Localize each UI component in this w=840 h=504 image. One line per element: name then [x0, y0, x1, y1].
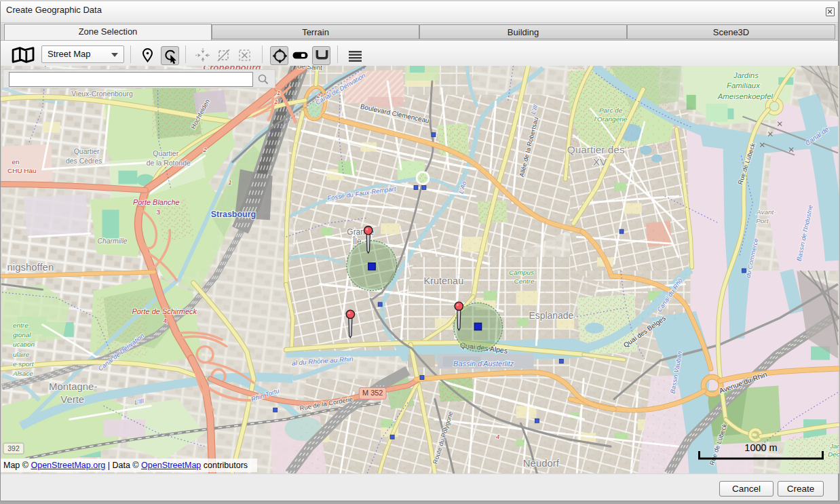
- svg-text:nigshoffen: nigshoffen: [7, 261, 54, 273]
- svg-text:e sport: e sport: [13, 360, 35, 368]
- svg-text:Charmille: Charmille: [97, 237, 127, 245]
- svg-text:entre: entre: [13, 322, 28, 329]
- svg-text:Strasbourg: Strasbourg: [211, 210, 256, 219]
- svg-text:M 352: M 352: [362, 389, 383, 397]
- svg-text:4: 4: [496, 433, 499, 440]
- svg-text:Alsace: Alsace: [12, 370, 33, 377]
- svg-text:ulaire: ulaire: [13, 351, 30, 358]
- svg-text:Verte: Verte: [60, 393, 84, 405]
- svg-text:Esplanade: Esplanade: [529, 310, 573, 321]
- svg-text:de la Rotonde: de la Rotonde: [147, 159, 191, 167]
- svg-text:Jar: Jar: [829, 442, 839, 450]
- svg-text:Porte de Schirmeck: Porte de Schirmeck: [132, 307, 197, 315]
- svg-text:l'Orangerie: l'Orangerie: [594, 115, 628, 123]
- svg-text:XV: XV: [593, 157, 607, 168]
- svg-text:gional: gional: [13, 331, 31, 338]
- svg-text:Parc de: Parc de: [599, 106, 623, 114]
- svg-text:Quartier des: Quartier des: [567, 144, 625, 155]
- svg-text:Familiaux: Familiaux: [727, 81, 761, 90]
- svg-text:392: 392: [7, 445, 20, 452]
- svg-text:3: 3: [157, 208, 161, 216]
- svg-text:Dec: Dec: [828, 450, 839, 458]
- svg-text:Centre: Centre: [514, 277, 535, 285]
- svg-text:2: 2: [202, 146, 207, 153]
- svg-text:1: 1: [228, 178, 231, 186]
- svg-text:ucation: ucation: [13, 341, 35, 348]
- svg-text:Quartier: Quartier: [74, 148, 100, 155]
- svg-text:Ameisenkoepfel: Ameisenkoepfel: [717, 92, 774, 100]
- svg-text:Porte Blanche: Porte Blanche: [133, 198, 180, 206]
- svg-text:Bassin d'Austerlitz: Bassin d'Austerlitz: [453, 360, 514, 368]
- svg-text:1: 1: [274, 98, 278, 105]
- svg-text:CHU Hau: CHU Hau: [7, 167, 37, 174]
- svg-text:Vieux-Cronenbourg: Vieux-Cronenbourg: [71, 90, 133, 98]
- svg-text:Neudorf: Neudorf: [523, 457, 560, 469]
- svg-text:Quartier: Quartier: [153, 150, 178, 157]
- svg-text:Krutenau: Krutenau: [424, 275, 464, 286]
- svg-text:4: 4: [163, 317, 167, 324]
- svg-text:Port: Port: [756, 217, 769, 225]
- svg-text:des Cèdres: des Cèdres: [66, 157, 102, 165]
- svg-text:Jardins: Jardins: [733, 71, 759, 79]
- svg-text:Avant-: Avant-: [756, 208, 776, 216]
- svg-text:Campus: Campus: [509, 269, 534, 276]
- svg-text:2: 2: [316, 92, 321, 99]
- svg-text:Montagne-: Montagne-: [49, 381, 97, 392]
- svg-text:en: en: [12, 158, 19, 166]
- svg-text:1: 1: [277, 89, 280, 96]
